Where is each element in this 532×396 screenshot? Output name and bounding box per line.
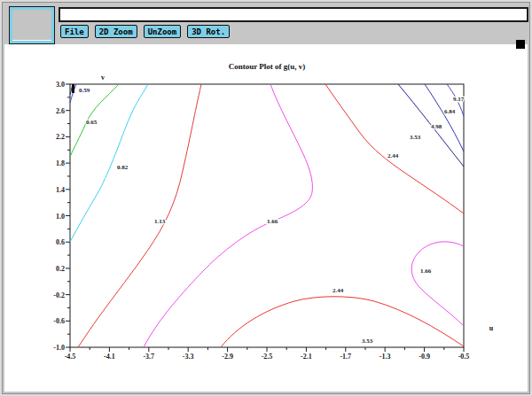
- plot-canvas: [4, 44, 528, 392]
- message-bar: [59, 7, 528, 22]
- window-menu-button[interactable]: [9, 6, 55, 44]
- file-button[interactable]: File: [60, 25, 89, 38]
- scilab-graphics-window: -4.5-4.1-3.7-3.3-2.9-2.5-2.1-1.7-1.3-0.9…: [0, 0, 532, 396]
- rotate-3d-button[interactable]: 3D Rot.: [187, 25, 230, 38]
- unzoom-button[interactable]: UnZoom: [144, 25, 182, 38]
- toolbar-button-row: File 2D Zoom UnZoom 3D Rot.: [60, 25, 230, 38]
- black-square-marker: [516, 40, 525, 49]
- zoom-2d-button[interactable]: 2D Zoom: [95, 25, 137, 38]
